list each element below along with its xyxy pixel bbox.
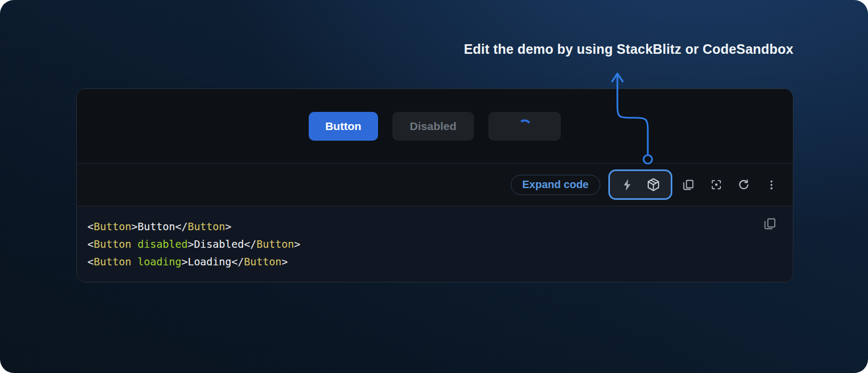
edit-online-highlight-group <box>608 169 672 200</box>
more-actions-button[interactable] <box>758 171 785 199</box>
demo-button-disabled[interactable]: Disabled <box>392 112 475 141</box>
demo-preview: Button Disabled <box>77 89 793 163</box>
loading-spinner-icon <box>517 118 532 134</box>
codesandbox-button[interactable] <box>646 177 661 192</box>
copy-icon <box>682 179 695 191</box>
demo-button-loading[interactable] <box>488 112 561 141</box>
stackblitz-button[interactable] <box>621 178 634 192</box>
codesandbox-icon <box>646 177 661 192</box>
code-line: <Button>Button</Button> <box>87 218 793 236</box>
demo-button-primary[interactable]: Button <box>309 112 378 141</box>
code-section: <Button>Button</Button><Button disabled>… <box>77 206 793 282</box>
expand-code-button[interactable]: Expand code <box>511 175 600 195</box>
code-line: <Button disabled>Disabled</Button> <box>87 236 793 253</box>
copy-icon <box>763 217 777 231</box>
focus-icon <box>710 179 722 191</box>
standalone-view-button[interactable] <box>702 171 730 199</box>
screenshot-root: Edit the demo by using StackBlitz or Cod… <box>0 0 868 373</box>
annotation-text: Edit the demo by using StackBlitz or Cod… <box>464 42 793 57</box>
copy-snippet-button[interactable] <box>761 215 779 234</box>
demo-card: Button Disabled Expand code <box>76 88 793 282</box>
refresh-demo-button[interactable] <box>730 171 758 199</box>
code-line: <Button loading>Loading</Button> <box>87 253 793 271</box>
demo-toolbar: Expand code <box>77 163 793 206</box>
code-block: <Button>Button</Button><Button disabled>… <box>77 218 793 271</box>
copy-code-button[interactable] <box>674 171 702 199</box>
refresh-icon <box>737 179 750 191</box>
more-icon <box>766 179 777 191</box>
stackblitz-icon <box>621 178 634 192</box>
